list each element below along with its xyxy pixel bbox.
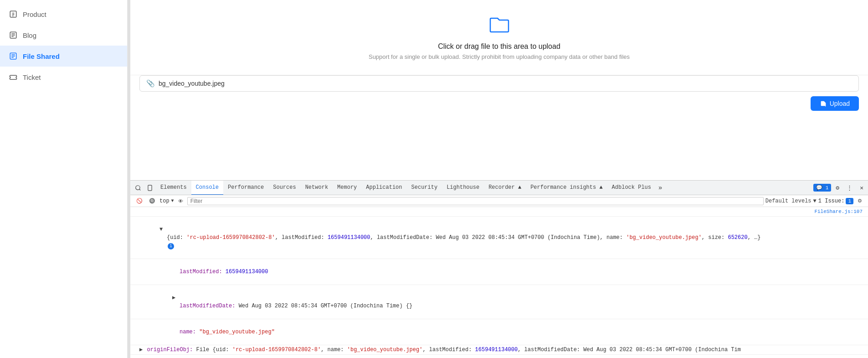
- console-top-label: top: [159, 198, 169, 204]
- upload-title: Click or drag file to this area to uploa…: [438, 42, 560, 51]
- devtools-close-icon[interactable]: ✕: [857, 183, 866, 192]
- prop-name: name: "bg_video_youtube.jpeg": [130, 319, 868, 345]
- tab-application[interactable]: Application: [361, 181, 406, 195]
- tab-performance[interactable]: Performance: [223, 181, 268, 195]
- upload-button[interactable]: Upload: [811, 96, 859, 111]
- console-filter-btn[interactable]: 🔘: [147, 197, 158, 204]
- upload-button-label: Upload: [830, 100, 850, 107]
- sidebar-item-file-shared[interactable]: File Shared: [0, 46, 127, 67]
- app-container: Product Blog File Shared Ticket: [0, 0, 868, 358]
- upload-area[interactable]: Click or drag file to this area to uploa…: [130, 0, 868, 75]
- console-clear-btn[interactable]: 🚫: [134, 197, 145, 204]
- console-settings-btn[interactable]: ⚙: [855, 197, 864, 204]
- devtools-device-icon[interactable]: [144, 184, 156, 192]
- tab-sources[interactable]: Sources: [268, 181, 300, 195]
- ticket-icon: [9, 73, 17, 81]
- upload-folder-icon: [488, 15, 510, 37]
- blog-icon: [9, 31, 17, 39]
- devtools-settings-icon[interactable]: ⚙️: [833, 183, 842, 192]
- sidebar-item-blog-label: Blog: [23, 31, 36, 39]
- devtools-inspect-icon[interactable]: [132, 184, 144, 192]
- tab-performance-insights[interactable]: Performance insights ▲: [526, 181, 607, 195]
- console-issue-count: 1 Issue: 1: [818, 198, 853, 204]
- sidebar-item-file-shared-label: File Shared: [23, 52, 60, 60]
- devtools-tabs: Elements Console Performance Sources Net…: [130, 181, 868, 195]
- tab-memory[interactable]: Memory: [333, 181, 361, 195]
- upload-subtitle: Support for a single or bulk upload. Str…: [369, 53, 630, 60]
- prop-percent: percent: 0: [130, 355, 868, 358]
- tab-recorder[interactable]: Recorder ▲: [484, 181, 526, 195]
- sidebar-item-product-label: Product: [23, 10, 46, 18]
- expand-icon-origin[interactable]: ▶: [139, 346, 143, 354]
- info-icon-1[interactable]: i: [168, 243, 174, 249]
- file-shared-icon: [9, 52, 17, 60]
- sidebar: Product Blog File Shared Ticket: [0, 0, 128, 358]
- tab-lighthouse[interactable]: Lighthouse: [442, 181, 484, 195]
- devtools-more-options-icon[interactable]: ⋮: [844, 183, 855, 192]
- sidebar-item-product[interactable]: Product: [0, 4, 127, 25]
- main-content: Click or drag file to this area to uploa…: [130, 0, 868, 180]
- tab-adblock-plus[interactable]: Adblock Plus: [607, 181, 656, 195]
- tab-security[interactable]: Security: [407, 181, 442, 195]
- console-output: FileShare.js:107 ▼ {uid: 'rc-upload-1659…: [130, 207, 868, 358]
- console-object-line: ▼ {uid: 'rc-upload-1659970842802-8', las…: [130, 217, 868, 259]
- upload-btn-row: Upload: [130, 92, 868, 115]
- devtools-panel: Elements Console Performance Sources Net…: [130, 180, 868, 358]
- expand-icon-1[interactable]: ▼: [159, 225, 163, 233]
- tab-elements[interactable]: Elements: [156, 181, 191, 195]
- svg-rect-4: [148, 185, 152, 191]
- main-area: Click or drag file to this area to uploa…: [130, 0, 868, 358]
- sidebar-item-blog[interactable]: Blog: [0, 25, 127, 46]
- devtools-chat-icon[interactable]: 💬 1: [813, 184, 831, 192]
- console-toolbar: 🚫 🔘 top ▼ 👁 Default levels ▼ 1 Issue: 1 …: [130, 195, 868, 207]
- tab-console[interactable]: Console: [191, 181, 223, 195]
- sidebar-item-ticket[interactable]: Ticket: [0, 67, 127, 88]
- svg-point-3: [136, 185, 140, 189]
- expand-icon-date[interactable]: ▶: [172, 294, 175, 302]
- console-filter-input[interactable]: [187, 197, 764, 205]
- prop-lastmodifieddate: ▶ lastModifiedDate: Wed Aug 03 2022 08:4…: [130, 285, 868, 319]
- prop-lastmodified: lastModified: 1659491134000: [130, 259, 868, 285]
- prop-originfileobj: ▶ originFileObj: File {uid: 'rc-upload-1…: [130, 345, 868, 355]
- console-top-arrow: ▼: [171, 198, 174, 203]
- devtools-more-icon[interactable]: »: [656, 183, 665, 192]
- tab-network[interactable]: Network: [301, 181, 333, 195]
- console-eye-btn[interactable]: 👁: [176, 198, 185, 204]
- attach-icon: 📎: [146, 79, 155, 88]
- issue-badge: 1: [846, 198, 853, 204]
- sidebar-item-ticket-label: Ticket: [23, 73, 41, 81]
- source-ref-1[interactable]: FileShare.js:107: [130, 207, 868, 217]
- file-input-row: 📎 bg_video_youtube.jpeg: [139, 75, 859, 92]
- product-icon: [9, 10, 17, 18]
- devtools-right-icons: 💬 1 ⚙️ ⋮ ✕: [813, 183, 866, 192]
- console-levels: Default levels ▼: [765, 198, 817, 204]
- filename-display: bg_video_youtube.jpeg: [159, 80, 225, 87]
